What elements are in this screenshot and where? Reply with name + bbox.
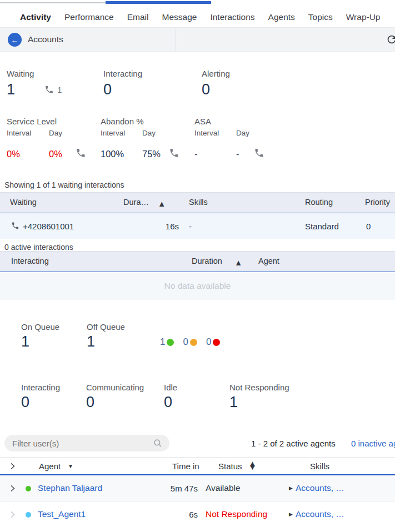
state-idle-label: Idle (164, 383, 177, 392)
agent-time-in: 6s (164, 510, 198, 519)
caret-up-icon[interactable]: ▲ (158, 199, 166, 208)
expand-all-chevron-icon[interactable] (10, 463, 15, 470)
presence-available-count: 1 (160, 337, 165, 348)
tab-agents[interactable]: Agents (268, 12, 295, 22)
agent-name-link[interactable]: Stephan Taljaard (38, 483, 102, 493)
agent-row[interactable]: Stephan Taljaard 5m 47s Available ▶Accou… (0, 475, 395, 501)
asa-label: ASA (194, 117, 211, 126)
col-status[interactable]: Status (218, 461, 242, 471)
waiting-table-header: Waiting Dura… ▲ Skills Routing Priority (0, 192, 395, 214)
service-level-day-label: Day (49, 129, 62, 137)
col-agent[interactable]: Agent (39, 461, 61, 471)
phone-icon (11, 222, 19, 230)
waiting-interaction-id: +4208601001 (23, 222, 74, 231)
state-communicating-value: 0 (86, 394, 94, 411)
waiting-phone-badge: 1 (44, 85, 62, 94)
tab-bar: Activity Performance Email Message Inter… (20, 12, 380, 22)
service-level-label: Service Level (7, 117, 57, 126)
waiting-phone-count: 1 (57, 85, 62, 94)
agent-skills-cell[interactable]: ▶Accounts, … (289, 483, 344, 493)
off-queue-label: Off Queue (87, 322, 125, 332)
asa-interval-value: - (194, 149, 198, 159)
state-communicating-label: Communicating (86, 383, 144, 392)
service-level-day-value: 0% (49, 149, 62, 159)
state-interacting-label: Interacting (21, 383, 60, 392)
presence-summary: 1 0 0 (160, 337, 220, 348)
agent-filter-input[interactable] (11, 438, 153, 449)
expand-row-chevron-icon[interactable] (10, 511, 15, 518)
queue-activity-dashboard: { "tabs": { "items": [ {"label": "Activi… (0, 0, 395, 532)
col-duration[interactable]: Duration (192, 257, 222, 265)
state-interacting-value: 0 (21, 394, 29, 411)
waiting-priority: 0 (366, 222, 371, 231)
asa-day-label: Day (236, 129, 249, 137)
presence-available: 1 (160, 337, 174, 348)
refresh-button[interactable] (386, 33, 395, 46)
waiting-routing: Standard (305, 222, 339, 231)
agent-row[interactable]: Test_Agent1 6s Not Responding ▶Accounts,… (0, 501, 395, 527)
col-skills[interactable]: Skills (310, 461, 329, 471)
expand-row-chevron-icon[interactable] (10, 485, 15, 492)
phone-icon (44, 85, 54, 94)
caret-down-icon[interactable]: ▼ (68, 463, 73, 469)
tab-email[interactable]: Email (127, 12, 149, 22)
active-table-header: Interacting Duration ▲ Agent (0, 251, 395, 273)
queue-header-bar: ← Accounts (0, 28, 395, 52)
interacting-label: Interacting (103, 69, 142, 78)
abandon-label: Abandon % (101, 117, 144, 126)
col-skills[interactable]: Skills (189, 198, 208, 207)
active-agents-count: 1 - 2 of 2 active agents (251, 439, 336, 448)
waiting-skills: - (189, 222, 192, 231)
tab-activity[interactable]: Activity (20, 12, 51, 22)
service-level-interval-label: Interval (7, 129, 31, 137)
on-queue-label: On Queue (21, 322, 59, 332)
phone-icon (254, 148, 264, 158)
col-time-in[interactable]: Time in (172, 461, 199, 471)
presence-busy: 0 (206, 337, 220, 348)
abandon-interval-label: Interval (101, 129, 125, 137)
state-idle-value: 0 (164, 394, 172, 411)
agent-time-in: 5m 47s (164, 484, 198, 493)
tab-message[interactable]: Message (162, 12, 197, 22)
agent-skills-link[interactable]: Accounts, … (296, 483, 344, 493)
agent-skills-cell[interactable]: ▶Accounts, … (289, 509, 344, 519)
waiting-interaction-row[interactable]: +4208601001 16s - Standard 0 (0, 213, 395, 239)
tab-topics[interactable]: Topics (308, 12, 333, 22)
queue-title: Accounts (28, 34, 63, 44)
asa-day-value: - (236, 149, 239, 159)
phone-icon (76, 148, 86, 158)
tab-wrap-up[interactable]: Wrap-Up (346, 12, 381, 22)
expand-skills-triangle-icon[interactable]: ▶ (289, 511, 293, 517)
top-strip-active (106, 1, 211, 4)
agent-presence-dot-icon (26, 512, 31, 518)
inactive-agents-link[interactable]: 0 inactive agents (351, 439, 395, 448)
waiting-table-caption: Showing 1 of 1 waiting interactions (4, 180, 124, 189)
alerting-value: 0 (202, 81, 210, 98)
caret-up-icon[interactable]: ▲ (234, 258, 242, 267)
col-priority[interactable]: Priority (365, 198, 390, 207)
col-interacting[interactable]: Interacting (11, 257, 49, 265)
waiting-duration: 16s (146, 222, 179, 231)
col-agent[interactable]: Agent (258, 257, 279, 265)
expand-skills-triangle-icon[interactable]: ▶ (289, 485, 293, 491)
search-icon[interactable] (153, 438, 163, 448)
tab-performance[interactable]: Performance (64, 12, 114, 22)
abandon-day-label: Day (142, 129, 156, 137)
agent-status: Available (206, 483, 241, 493)
away-dot-icon (190, 339, 197, 346)
service-level-interval-value: 0% (7, 149, 20, 159)
agent-filter (4, 435, 169, 451)
asa-interval-label: Interval (194, 129, 219, 137)
top-strip-inactive (0, 2, 106, 3)
col-duration[interactable]: Dura… (117, 198, 149, 207)
state-not-responding-value: 1 (229, 394, 238, 411)
phone-icon (169, 148, 179, 158)
agent-skills-link[interactable]: Accounts, … (296, 509, 344, 519)
col-waiting[interactable]: Waiting (10, 198, 37, 207)
col-routing[interactable]: Routing (305, 198, 333, 207)
interacting-value: 0 (103, 81, 112, 98)
tab-interactions[interactable]: Interactions (210, 12, 254, 22)
back-button[interactable]: ← (8, 33, 22, 47)
agent-name-link[interactable]: Test_Agent1 (38, 509, 86, 519)
sort-both-icon[interactable]: ▲▼ (248, 462, 257, 469)
